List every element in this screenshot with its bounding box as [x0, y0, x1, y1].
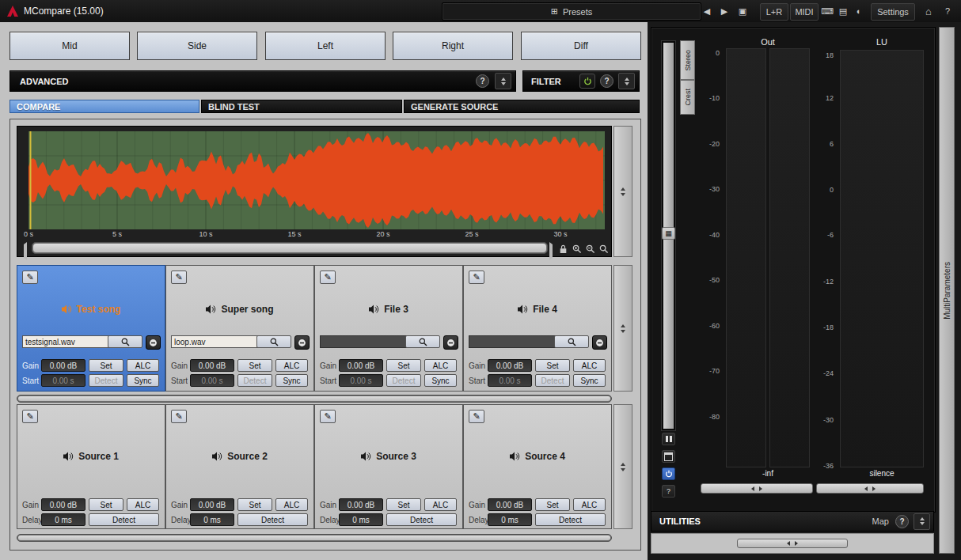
lr-channel-button[interactable]: L+R	[760, 3, 788, 21]
browse-button[interactable]	[405, 335, 440, 348]
tab-blind-test[interactable]: BLIND TEST	[201, 100, 402, 113]
popup-window-icon[interactable]	[662, 450, 675, 463]
delay-value[interactable]: 0 ms	[488, 513, 532, 526]
edit-icon[interactable]: ✎	[320, 271, 336, 284]
screenshot-icon[interactable]: ▣	[735, 3, 750, 19]
alc-button[interactable]: ALC	[127, 498, 159, 511]
filter-help-icon[interactable]: ?	[600, 74, 613, 88]
channel-left-button[interactable]: Left	[265, 32, 386, 60]
file-name-field[interactable]: testsignal.wav	[22, 335, 109, 348]
alc-button[interactable]: ALC	[127, 359, 159, 372]
detect-button[interactable]: Detect	[237, 513, 308, 526]
set-button[interactable]: Set	[386, 498, 421, 511]
detect-button[interactable]: Detect	[386, 513, 457, 526]
channel-right-button[interactable]: Right	[393, 32, 513, 60]
source-slots-scroll-strip[interactable]	[613, 404, 632, 529]
meter-mode-icon[interactable]: ▦	[662, 227, 675, 240]
source-slot-1[interactable]: ✎ Source 1 Gain 0.00 dB Set ALC Delay 0 …	[17, 404, 165, 529]
source-slot-3[interactable]: ✎ Source 3 Gain 0.00 dB Set ALC Delay 0 …	[314, 404, 463, 529]
set-button[interactable]: Set	[386, 359, 421, 372]
edit-icon[interactable]: ✎	[22, 410, 38, 423]
out-meter-range-slider[interactable]	[701, 483, 813, 494]
start-value[interactable]: 0.00 s	[339, 374, 383, 387]
source-slot-4[interactable]: ✎ Source 4 Gain 0.00 dB Set ALC Delay 0 …	[463, 404, 612, 529]
utilities-bar[interactable]: UTILITIES Map ?	[651, 511, 934, 532]
melda-logo-icon[interactable]	[6, 4, 20, 21]
file-slots-scroll-strip[interactable]	[613, 265, 632, 392]
source-slot-2[interactable]: ✎ Source 2 Gain 0.00 dB Set ALC Delay 0 …	[165, 404, 314, 529]
start-value[interactable]: 0.00 s	[41, 374, 85, 387]
file-name-field[interactable]	[469, 335, 556, 348]
zoom-in-icon[interactable]	[572, 243, 582, 257]
set-button[interactable]: Set	[237, 498, 272, 511]
gain-value[interactable]: 0.00 dB	[488, 359, 532, 372]
detect-button[interactable]: Detect	[535, 374, 570, 387]
help-icon[interactable]: ?	[940, 3, 955, 19]
gain-value[interactable]: 0.00 dB	[339, 498, 383, 511]
delay-value[interactable]: 0 ms	[190, 513, 234, 526]
meter-power-icon[interactable]	[662, 467, 675, 480]
channel-mid-button[interactable]: Mid	[9, 32, 130, 60]
delay-value[interactable]: 0 ms	[339, 513, 383, 526]
sync-button[interactable]: Sync	[275, 374, 308, 387]
utilities-slider[interactable]	[737, 539, 848, 548]
advanced-stepper[interactable]	[495, 73, 511, 89]
lu-meter-range-slider[interactable]	[816, 483, 924, 494]
eject-button[interactable]	[443, 335, 458, 350]
utilities-help-icon[interactable]: ?	[895, 515, 909, 528]
zoom-fit-icon[interactable]	[599, 243, 609, 257]
file-slot-3[interactable]: ✎ File 3 Gain 0.00 dB Set ALC Start 0.00…	[314, 265, 463, 392]
eject-button[interactable]	[146, 335, 161, 350]
waveform-scrollbar[interactable]	[32, 242, 548, 254]
scroll-right-icon[interactable]	[549, 244, 553, 259]
pause-icon[interactable]	[662, 433, 675, 445]
midi-button[interactable]: MIDI	[790, 3, 819, 21]
copy-icon[interactable]: ▤	[836, 3, 850, 19]
detect-button[interactable]: Detect	[89, 513, 159, 526]
file-slot-4[interactable]: ✎ File 4 Gain 0.00 dB Set ALC Start 0.00…	[463, 265, 612, 392]
alc-button[interactable]: ALC	[275, 498, 308, 511]
file-slot-2[interactable]: ✎ Super song loop.wav Gain 0.00 dB Set A…	[165, 265, 314, 392]
theme-icon[interactable]: ◐	[852, 3, 866, 19]
advanced-bar[interactable]: ADVANCED ?	[9, 70, 516, 92]
tab-compare[interactable]: COMPARE	[9, 100, 199, 113]
map-button[interactable]: Map	[872, 516, 889, 526]
filter-bar[interactable]: FILTER ?	[522, 70, 640, 92]
set-button[interactable]: Set	[237, 359, 272, 372]
set-button[interactable]: Set	[535, 498, 570, 511]
gain-value[interactable]: 0.00 dB	[41, 359, 85, 372]
eject-button[interactable]	[294, 335, 310, 350]
set-button[interactable]: Set	[89, 359, 123, 372]
alc-button[interactable]: ALC	[424, 498, 457, 511]
lock-icon[interactable]	[559, 243, 568, 257]
edit-icon[interactable]: ✎	[469, 410, 484, 423]
gain-value[interactable]: 0.00 dB	[190, 498, 234, 511]
preset-prev-button[interactable]: ◀	[700, 3, 714, 19]
settings-button[interactable]: Settings	[871, 3, 915, 21]
filter-power-icon[interactable]	[579, 74, 595, 89]
tab-generate-source[interactable]: GENERATE SOURCE	[404, 100, 640, 113]
gain-value[interactable]: 0.00 dB	[488, 498, 532, 511]
detect-button[interactable]: Detect	[237, 374, 272, 387]
home-icon[interactable]: ⌂	[921, 3, 936, 19]
set-button[interactable]: Set	[89, 498, 123, 511]
edit-icon[interactable]: ✎	[171, 410, 187, 423]
sync-button[interactable]: Sync	[424, 374, 457, 387]
tab-crest[interactable]: Crest	[680, 80, 695, 115]
file-name-field[interactable]	[320, 335, 407, 348]
detect-button[interactable]: Detect	[89, 374, 123, 387]
browse-button[interactable]	[554, 335, 589, 348]
meter-help-icon[interactable]: ?	[662, 485, 675, 498]
set-button[interactable]: Set	[535, 359, 570, 372]
waveform-display[interactable]: 0 s 5 s 10 s 15 s 20 s 25 s 30 s	[17, 126, 612, 257]
edit-icon[interactable]: ✎	[469, 271, 484, 284]
detect-button[interactable]: Detect	[386, 374, 421, 387]
filter-stepper[interactable]	[618, 73, 635, 89]
edit-icon[interactable]: ✎	[171, 271, 187, 284]
alc-button[interactable]: ALC	[275, 359, 308, 372]
channel-diff-button[interactable]: Diff	[521, 32, 641, 60]
alc-button[interactable]: ALC	[424, 359, 457, 372]
scroll-left-icon[interactable]	[24, 244, 27, 259]
waveform-zoom-strip[interactable]	[613, 126, 632, 257]
delay-value[interactable]: 0 ms	[41, 513, 85, 526]
